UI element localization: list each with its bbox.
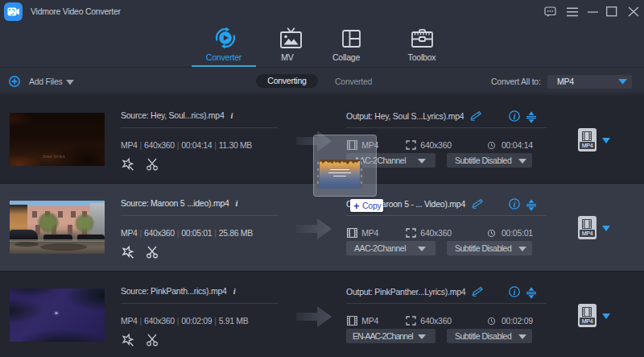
svg-text:i: i — [514, 288, 516, 297]
svg-text:i: i — [514, 112, 516, 121]
svg-text:i: i — [514, 200, 516, 209]
